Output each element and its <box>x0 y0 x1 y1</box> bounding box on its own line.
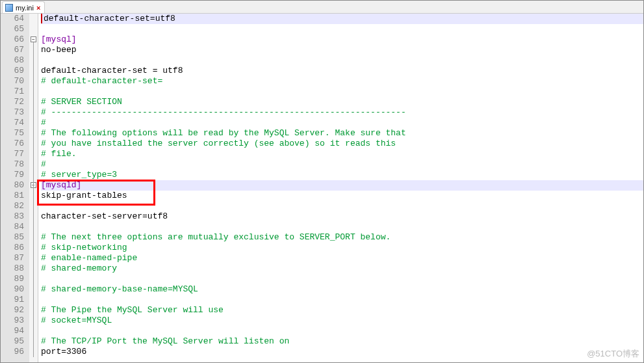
line-number: 75 <box>1 128 29 139</box>
code-token: # <box>41 118 46 128</box>
code-token: # shared-memory <box>41 263 117 273</box>
code-token: # shared-memory-base-name=MYSQL <box>41 284 198 294</box>
code-token: default-character-set=utf8 <box>41 14 175 23</box>
code-line[interactable]: # default-character-set= <box>41 76 643 87</box>
code-line[interactable]: default-character-set=utf8 <box>41 14 643 24</box>
line-number: 74 <box>1 118 29 128</box>
code-token: # --------------------------------------… <box>41 107 406 117</box>
code-token: port=3306 <box>41 347 86 356</box>
code-token: [mysql] <box>41 34 77 44</box>
code-line[interactable]: [mysql] <box>41 34 643 45</box>
code-token: # SERVER SECTION <box>41 97 122 107</box>
code-token: # The following options will be read by … <box>41 128 406 138</box>
code-line[interactable]: # The next three options are mutually ex… <box>41 232 643 243</box>
line-number: 92 <box>1 305 29 316</box>
code-line[interactable] <box>41 55 643 66</box>
file-icon <box>5 4 13 12</box>
code-line[interactable]: # server_type=3 <box>41 170 643 180</box>
line-number: 68 <box>1 55 29 66</box>
code-token: character-set-server=utf8 <box>41 211 168 221</box>
fold-toggle-icon[interactable]: − <box>31 36 36 42</box>
editor[interactable]: 6465666768697071727374757677787980818283… <box>1 14 643 362</box>
line-number: 93 <box>1 316 29 326</box>
fold-column: −− <box>29 14 38 362</box>
code-token: default-character-set = utf8 <box>41 66 183 75</box>
line-number-gutter: 6465666768697071727374757677787980818283… <box>1 14 29 362</box>
line-number: 69 <box>1 66 29 76</box>
line-number: 81 <box>1 191 29 201</box>
line-number: 76 <box>1 139 29 149</box>
line-number: 96 <box>1 347 29 357</box>
code-line[interactable] <box>41 222 643 232</box>
code-line[interactable] <box>41 295 643 305</box>
line-number: 67 <box>1 45 29 55</box>
tab-filename: my.ini <box>16 4 34 12</box>
line-number: 84 <box>1 222 29 232</box>
code-line[interactable]: # <box>41 118 643 128</box>
code-line[interactable]: # The TCP/IP Port the MySQL Server will … <box>41 336 643 347</box>
line-number: 79 <box>1 170 29 180</box>
line-number: 64 <box>1 14 29 24</box>
code-line[interactable] <box>41 87 643 97</box>
code-line[interactable]: # --------------------------------------… <box>41 107 643 118</box>
code-line[interactable]: # The Pipe the MySQL Server will use <box>41 305 643 316</box>
line-number: 72 <box>1 97 29 107</box>
code-line[interactable]: port=3306 <box>41 347 643 357</box>
code-line[interactable]: # shared-memory-base-name=MYSQL <box>41 284 643 295</box>
code-token: # default-character-set= <box>41 76 162 86</box>
line-number: 88 <box>1 263 29 274</box>
code-line[interactable]: # SERVER SECTION <box>41 97 643 107</box>
file-tab[interactable]: my.ini × <box>2 1 45 13</box>
code-token: # socket=MYSQL <box>41 316 112 325</box>
code-line[interactable]: default-character-set = utf8 <box>41 66 643 76</box>
code-token: # you have installed the server correctl… <box>41 139 396 148</box>
code-line[interactable]: # The following options will be read by … <box>41 128 643 139</box>
code-line[interactable]: [mysqld] <box>41 180 643 191</box>
code-token: [mysqld] <box>41 180 81 190</box>
close-icon[interactable]: × <box>36 4 40 12</box>
code-line[interactable]: # shared-memory <box>41 263 643 274</box>
code-line[interactable]: skip-grant-tables <box>41 191 643 201</box>
line-number: 73 <box>1 107 29 118</box>
code-line[interactable]: # socket=MYSQL <box>41 316 643 326</box>
tab-bar: my.ini × <box>1 1 643 14</box>
line-number: 85 <box>1 232 29 243</box>
code-line[interactable]: character-set-server=utf8 <box>41 211 643 222</box>
line-number: 80 <box>1 180 29 191</box>
line-number: 77 <box>1 149 29 159</box>
line-number: 66 <box>1 34 29 45</box>
line-number: 78 <box>1 159 29 170</box>
code-line[interactable] <box>41 274 643 284</box>
code-token: no-beep <box>41 45 77 55</box>
code-line[interactable]: # file. <box>41 149 643 159</box>
line-number: 82 <box>1 201 29 211</box>
line-number: 87 <box>1 253 29 263</box>
line-number: 70 <box>1 76 29 87</box>
line-number: 90 <box>1 284 29 295</box>
fold-guide <box>33 42 34 357</box>
code-token: # skip-networking <box>41 243 127 252</box>
line-number: 83 <box>1 211 29 222</box>
code-token: skip-grant-tables <box>41 191 127 200</box>
line-number: 89 <box>1 274 29 284</box>
code-line[interactable] <box>41 326 643 336</box>
code-line[interactable]: # <box>41 159 643 170</box>
code-line[interactable]: # enable-named-pipe <box>41 253 643 263</box>
code-token: # <box>41 159 46 169</box>
line-number: 95 <box>1 336 29 347</box>
code-token: # The Pipe the MySQL Server will use <box>41 305 224 315</box>
code-token: # The next three options are mutually ex… <box>41 232 391 242</box>
code-line[interactable]: no-beep <box>41 45 643 55</box>
code-token: # The TCP/IP Port the MySQL Server will … <box>41 336 289 346</box>
code-token: # enable-named-pipe <box>41 253 137 263</box>
code-line[interactable]: # skip-networking <box>41 243 643 253</box>
code-area[interactable]: default-character-set=utf8[mysql]no-beep… <box>38 14 643 362</box>
code-line[interactable] <box>41 201 643 211</box>
line-number: 91 <box>1 295 29 305</box>
line-number: 71 <box>1 87 29 97</box>
code-token: # file. <box>41 149 77 159</box>
line-number: 65 <box>1 24 29 34</box>
code-line[interactable]: # you have installed the server correctl… <box>41 139 643 149</box>
line-number: 86 <box>1 243 29 253</box>
code-line[interactable] <box>41 24 643 34</box>
